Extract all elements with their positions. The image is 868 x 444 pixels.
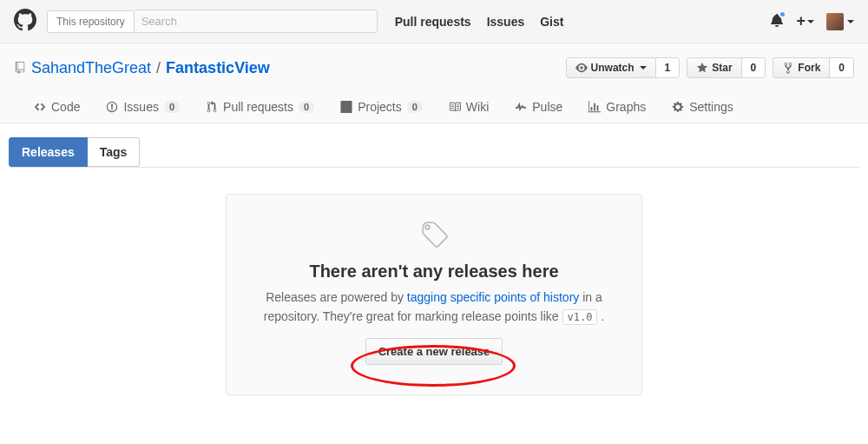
search-input[interactable]	[135, 10, 378, 33]
tab-code-label: Code	[51, 100, 80, 114]
fork-icon	[782, 62, 794, 74]
user-menu[interactable]	[826, 13, 854, 30]
tab-issues[interactable]: Issues 0	[93, 90, 193, 123]
eye-icon	[575, 62, 588, 74]
projects-count: 0	[407, 101, 423, 113]
pr-count: 0	[299, 101, 314, 113]
nav-gist[interactable]: Gist	[540, 15, 563, 29]
subnav-releases[interactable]: Releases	[9, 137, 88, 167]
github-logo-icon[interactable]	[14, 9, 36, 34]
repo-name-link[interactable]: FantasticView	[166, 59, 270, 77]
project-icon	[340, 101, 352, 113]
star-icon	[696, 62, 708, 74]
repo-nav: Code Issues 0 Pull requests 0 Projects 0…	[14, 90, 854, 123]
repo-header: SahandTheGreat / FantasticView Unwatch 1…	[0, 43, 868, 123]
graph-icon	[589, 101, 601, 113]
nav-pull-requests[interactable]: Pull requests	[395, 15, 471, 29]
blankslate-description: Releases are powered by tagging specific…	[253, 288, 615, 326]
star-label: Star	[712, 62, 732, 74]
watch-button-group: Unwatch 1	[566, 57, 681, 78]
tab-settings[interactable]: Settings	[659, 90, 746, 123]
tab-code[interactable]: Code	[21, 90, 93, 123]
code-icon	[34, 101, 46, 113]
notifications-icon[interactable]	[770, 13, 784, 30]
tab-pulse-label: Pulse	[532, 100, 562, 114]
text-post: .	[597, 309, 604, 323]
tag-icon	[419, 221, 449, 250]
subnav-tags[interactable]: Tags	[88, 137, 141, 167]
fork-label: Fork	[798, 62, 820, 74]
tab-projects[interactable]: Projects 0	[327, 90, 436, 123]
fork-button[interactable]: Fork	[773, 58, 829, 77]
version-code: v1.0	[562, 309, 598, 325]
issues-count: 0	[164, 101, 180, 113]
fork-count[interactable]: 0	[829, 58, 853, 77]
repo-owner-link[interactable]: SahandTheGreat	[31, 59, 151, 77]
book-icon	[449, 101, 461, 113]
pulse-icon	[515, 101, 527, 113]
unwatch-button[interactable]: Unwatch	[567, 58, 655, 77]
tab-graphs-label: Graphs	[606, 100, 646, 114]
issue-icon	[106, 101, 118, 113]
avatar	[826, 13, 844, 30]
repo-path: SahandTheGreat / FantasticView	[14, 59, 270, 77]
nav-issues[interactable]: Issues	[487, 15, 525, 29]
star-button-group: Star 0	[687, 57, 766, 78]
path-separator: /	[156, 59, 161, 77]
tagging-link[interactable]: tagging specific points of history	[407, 290, 579, 304]
create-release-button[interactable]: Create a new release	[365, 338, 503, 365]
tab-projects-label: Projects	[358, 100, 402, 114]
star-count[interactable]: 0	[741, 58, 766, 77]
gear-icon	[672, 101, 684, 113]
repo-icon	[14, 62, 26, 74]
top-bar: This repository Pull requests Issues Gis…	[0, 0, 868, 43]
tab-settings-label: Settings	[689, 100, 733, 114]
unread-dot-icon	[779, 10, 786, 18]
text-pre: Releases are powered by	[266, 290, 407, 304]
fork-button-group: Fork 0	[773, 57, 854, 78]
tab-issues-label: Issues	[123, 100, 158, 114]
tab-wiki-label: Wiki	[466, 100, 489, 114]
tab-graphs[interactable]: Graphs	[575, 90, 659, 123]
tab-pull-requests[interactable]: Pull requests 0	[193, 90, 327, 123]
star-button[interactable]: Star	[687, 58, 740, 77]
releases-subnav: Releases Tags	[9, 137, 859, 168]
blankslate-heading: There aren't any releases here	[253, 262, 615, 282]
watch-label: Unwatch	[591, 62, 635, 74]
blankslate-panel: There aren't any releases here Releases …	[226, 194, 642, 395]
search-scope-button[interactable]: This repository	[47, 10, 135, 33]
watch-count[interactable]: 1	[655, 58, 680, 77]
create-new-dropdown[interactable]: +	[796, 12, 814, 30]
top-nav: Pull requests Issues Gist	[395, 15, 564, 29]
tab-pulse[interactable]: Pulse	[502, 90, 575, 123]
repo-actions: Unwatch 1 Star 0 Fork 0	[566, 57, 854, 78]
tab-wiki[interactable]: Wiki	[436, 90, 502, 123]
pull-request-icon	[206, 101, 218, 113]
top-right: +	[770, 12, 854, 30]
main-content: Releases Tags There aren't any releases …	[0, 123, 868, 430]
tab-pr-label: Pull requests	[223, 100, 293, 114]
